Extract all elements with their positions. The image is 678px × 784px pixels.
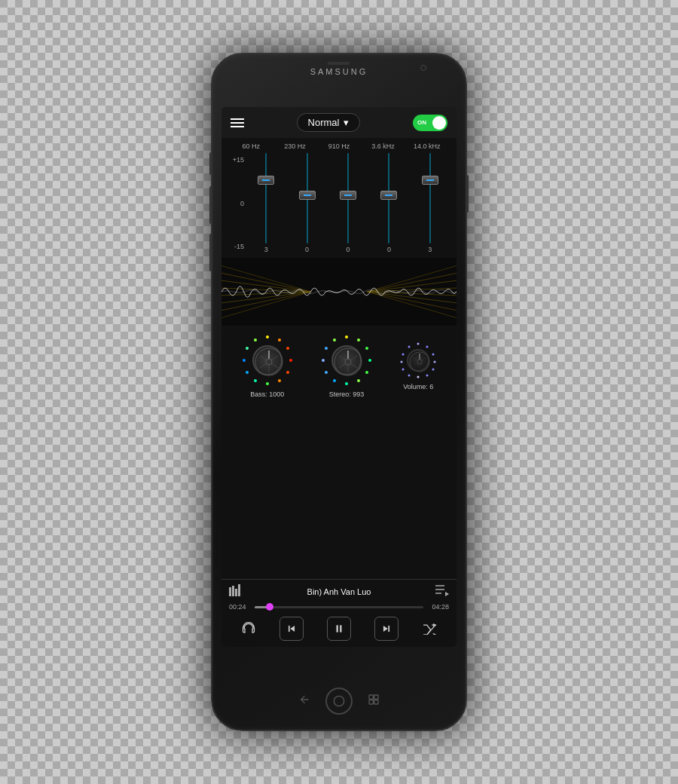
svg-point-66: [401, 361, 403, 363]
db-labels: +15 0 -15: [229, 153, 247, 253]
svg-point-47: [325, 347, 328, 350]
svg-point-57: [417, 343, 420, 345]
svg-point-18: [278, 338, 281, 341]
svg-point-24: [254, 379, 257, 382]
volume-label: Volume: 6: [403, 383, 433, 390]
eq-toggle[interactable]: ON: [413, 115, 447, 131]
svg-rect-84: [336, 625, 337, 632]
svg-rect-89: [369, 695, 373, 699]
brand-logo: SAMSUNG: [310, 67, 368, 76]
svg-rect-76: [235, 589, 237, 596]
preset-dropdown[interactable]: Normal ▾: [297, 113, 361, 132]
svg-point-25: [246, 371, 249, 374]
svg-point-73: [417, 360, 422, 364]
shuffle-button[interactable]: [422, 623, 437, 635]
toggle-label: ON: [417, 119, 426, 126]
volume-knob[interactable]: [399, 341, 438, 380]
svg-rect-83: [289, 626, 290, 632]
svg-point-56: [345, 359, 351, 365]
svg-point-19: [286, 347, 289, 350]
knobs-section: Bass: 1000: [221, 326, 457, 403]
song-info: Bin) Anh Van Luo: [243, 587, 435, 596]
freq-140khz: 14.0 kHz: [405, 142, 449, 150]
speaker: [328, 62, 350, 65]
recents-button[interactable]: [368, 694, 380, 709]
svg-point-62: [426, 375, 429, 377]
prev-button[interactable]: [279, 617, 304, 641]
menu-button[interactable]: [231, 118, 244, 127]
svg-point-36: [266, 359, 272, 365]
svg-point-88: [334, 696, 344, 706]
svg-rect-92: [374, 700, 378, 704]
svg-point-42: [357, 379, 360, 382]
svg-point-38: [357, 338, 360, 341]
back-button[interactable]: [298, 694, 310, 709]
svg-point-39: [365, 347, 368, 350]
svg-point-68: [408, 346, 411, 348]
song-artist: Anh Van Luo: [324, 587, 371, 596]
svg-rect-74: [229, 587, 231, 596]
volume-down-button[interactable]: [209, 186, 212, 224]
svg-point-67: [402, 354, 405, 356]
bixby-button[interactable]: [209, 234, 212, 271]
fader-4[interactable]: 0: [370, 153, 408, 253]
svg-point-22: [278, 379, 281, 382]
progress-row: 00:24 04:28: [221, 602, 457, 612]
stereo-knob[interactable]: [319, 333, 374, 387]
fader-2-value: 0: [305, 246, 309, 253]
eq-section: 60 Hz 230 Hz 910 Hz 3.6 kHz 14.0 kHz +15…: [221, 138, 457, 258]
home-button[interactable]: [325, 688, 353, 715]
freq-36khz: 3.6 kHz: [361, 142, 405, 150]
toggle-knob: [432, 116, 446, 130]
equalizer-icon: [229, 584, 243, 599]
app-header: Normal ▾ ON: [221, 107, 457, 138]
svg-point-63: [417, 376, 420, 378]
time-current: 00:24: [229, 603, 250, 611]
svg-rect-87: [388, 626, 389, 632]
svg-rect-91: [369, 700, 373, 704]
svg-point-41: [365, 371, 368, 374]
player-section: Bin) Anh Van Luo 00:24: [221, 579, 457, 647]
fader-5[interactable]: 3: [411, 153, 449, 253]
svg-point-44: [333, 379, 336, 382]
eq-faders: 3 0: [247, 153, 449, 253]
fader-2[interactable]: 0: [288, 153, 325, 253]
svg-rect-75: [232, 586, 234, 596]
stereo-knob-container: Stereo: 993: [319, 333, 374, 398]
fader-3[interactable]: 0: [329, 153, 367, 253]
fader-5-value: 3: [428, 246, 432, 253]
volume-up-button[interactable]: [209, 152, 212, 175]
db-minus15: -15: [229, 243, 244, 250]
song-title: Bin): [307, 587, 322, 596]
pause-button[interactable]: [327, 617, 351, 641]
svg-point-64: [408, 375, 411, 377]
svg-point-65: [402, 369, 405, 371]
freq-60hz: 60 Hz: [229, 142, 273, 150]
preset-value: Normal: [308, 117, 340, 128]
svg-point-26: [243, 359, 246, 362]
volume-knob-container: Volume: 6: [399, 341, 438, 390]
bottom-nav: [298, 688, 380, 715]
svg-point-61: [432, 369, 435, 371]
svg-point-48: [333, 338, 336, 341]
playlist-icon[interactable]: [435, 584, 449, 599]
svg-rect-77: [238, 584, 240, 596]
bass-knob[interactable]: [240, 333, 295, 387]
bass-knob-container: Bass: 1000: [240, 333, 295, 398]
svg-point-58: [426, 346, 429, 348]
svg-rect-90: [374, 695, 378, 699]
next-button[interactable]: [374, 617, 399, 641]
front-camera: [420, 65, 426, 71]
svg-rect-85: [340, 625, 341, 632]
headphone-button[interactable]: [241, 621, 256, 636]
fader-1-value: 3: [264, 246, 268, 253]
power-button[interactable]: [466, 175, 469, 213]
playback-controls: [221, 612, 457, 647]
svg-point-27: [246, 347, 249, 350]
waveform-section: [221, 258, 457, 326]
eq-faders-container: +15 0 -15 3: [229, 153, 449, 253]
fader-1[interactable]: 3: [247, 153, 285, 253]
progress-bar[interactable]: [255, 606, 423, 608]
svg-marker-81: [445, 592, 449, 596]
frequency-labels: 60 Hz 230 Hz 910 Hz 3.6 kHz 14.0 kHz: [229, 142, 449, 150]
